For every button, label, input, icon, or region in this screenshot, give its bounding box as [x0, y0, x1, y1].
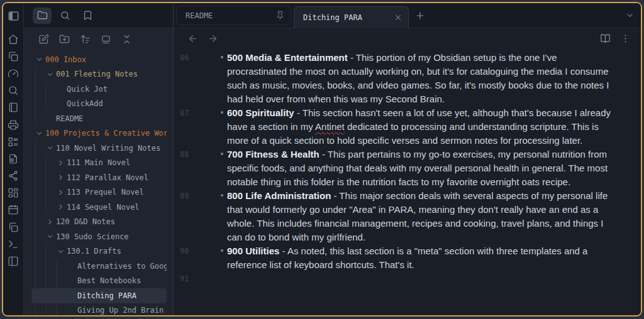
- tree-folder-111-main-novel[interactable]: 111 Main Novel: [31, 156, 167, 171]
- indent-guide: [35, 244, 46, 259]
- navigate-forward-button[interactable]: [205, 31, 220, 46]
- tree-folder-120-d-d-notes[interactable]: 120 D&D Notes: [31, 215, 167, 230]
- indent-guide: [46, 156, 57, 171]
- reading-view-button[interactable]: [597, 31, 613, 46]
- tree-item-label: Giving Up 2nd Brain: [77, 306, 164, 315]
- folder-icon: [37, 10, 48, 21]
- ribbon-copy-button[interactable]: [6, 220, 21, 235]
- more-options-button[interactable]: [617, 31, 633, 46]
- sidebar-tab-search[interactable]: [55, 8, 74, 24]
- indent-guide: [35, 200, 46, 215]
- plus-icon: [415, 11, 425, 21]
- indent-guide: [46, 244, 57, 259]
- toggle-left-sidebar-button[interactable]: [6, 8, 21, 23]
- ribbon-git-fork-button[interactable]: [6, 168, 21, 183]
- indent-guide: [35, 259, 46, 274]
- sidebar-tab-bookmark[interactable]: [78, 8, 97, 24]
- new-folder-button[interactable]: [58, 33, 70, 45]
- tree-item-label: 130 Sudo Science: [56, 232, 129, 241]
- ribbon-workspace-button[interactable]: [6, 254, 21, 269]
- tree-folder-001-fleeting-notes[interactable]: 001 Fleeting Notes: [31, 67, 167, 82]
- bullet-icon: [221, 153, 223, 155]
- indent-guide: [35, 229, 46, 244]
- line-number: 90: [180, 244, 215, 272]
- new-note-button[interactable]: [37, 33, 50, 45]
- collapse-all-button[interactable]: [120, 33, 133, 45]
- tree-folder-112-parallax-novel[interactable]: 112 Parallax Novel: [31, 170, 167, 185]
- tree-file-quickadd[interactable]: QuickAdd: [31, 97, 167, 112]
- tab-list-dropdown-button[interactable]: [625, 11, 635, 20]
- ribbon-home-button[interactable]: [6, 32, 21, 47]
- indent-guide: [46, 185, 57, 200]
- tree-folder-130-sudo-science[interactable]: 130 Sudo Science: [31, 229, 167, 244]
- note-content[interactable]: 86500 Media & Entertainment - This porti…: [174, 49, 641, 315]
- collapse-arrow-icon[interactable]: [46, 232, 56, 242]
- tree-folder-000-inbox[interactable]: 000 Inbox: [31, 52, 167, 67]
- line-number: 89: [180, 189, 215, 244]
- tree-folder-113-prequel-novel[interactable]: 113 Prequel Novel: [31, 185, 167, 200]
- bullet-icon: [221, 194, 223, 197]
- expand-arrow-icon[interactable]: [57, 158, 67, 168]
- git-fork-icon: [8, 170, 19, 181]
- collapse-arrow-icon[interactable]: [46, 143, 56, 153]
- editor-header: [174, 28, 641, 49]
- tree-folder-100-projects-creative-wor[interactable]: 100 Projects & Creative Wor…: [31, 126, 167, 141]
- panel-left-icon: [8, 10, 19, 22]
- chevron-down-icon: [57, 247, 65, 256]
- close-tab-button[interactable]: [394, 13, 402, 22]
- tree-file-alternatives-to-google[interactable]: Alternatives to Google: [31, 259, 167, 274]
- tree-folder-114-sequel-novel[interactable]: 114 Sequel Novel: [31, 200, 167, 215]
- workspace-icon: [8, 256, 19, 267]
- paragraph-text[interactable]: 900 Utilities - As noted, this last sect…: [227, 244, 616, 272]
- tree-file-ditching-para[interactable]: Ditching PARA: [31, 288, 167, 303]
- tree-item-label: README: [56, 114, 83, 123]
- tree-file-giving-up-2nd-brain[interactable]: Giving Up 2nd Brain: [31, 303, 167, 316]
- collapse-arrow-icon[interactable]: [46, 69, 56, 79]
- new-tab-button[interactable]: [411, 6, 429, 25]
- tab-readme[interactable]: README: [176, 6, 291, 25]
- tree-file-readme[interactable]: README: [31, 111, 167, 126]
- tab-ditching-para-active[interactable]: Ditching PARA: [294, 6, 409, 28]
- expand-arrow-icon[interactable]: [46, 217, 56, 227]
- ribbon-calendar-button[interactable]: [6, 202, 21, 217]
- layout-list-icon: [8, 136, 19, 148]
- collapse-arrow-icon[interactable]: [35, 128, 45, 138]
- ribbon-book-button[interactable]: [6, 100, 21, 115]
- navigate-back-button[interactable]: [185, 31, 200, 46]
- tree-file-quick-jot[interactable]: Quick Jot: [31, 82, 167, 97]
- bullet-icon: [221, 249, 223, 252]
- ribbon-file-sync-button[interactable]: [6, 151, 21, 166]
- tree-item-label: Alternatives to Google: [77, 262, 167, 271]
- expand-arrow-icon[interactable]: [57, 187, 67, 197]
- tree-folder-110-novel-writing-notes[interactable]: 110 Novel Writing Notes: [31, 141, 167, 156]
- ribbon-layers-button[interactable]: [6, 49, 21, 64]
- sidebar-tab-folder-active[interactable]: [33, 8, 52, 24]
- indent-guide: [46, 97, 57, 112]
- tree-folder-130-1-drafts[interactable]: 130.1 Drafts: [31, 244, 167, 259]
- terminal-icon: [8, 239, 19, 250]
- pin-button[interactable]: [275, 11, 285, 20]
- ribbon-layout-list-button[interactable]: [6, 134, 21, 149]
- ribbon-terminal-button[interactable]: [6, 237, 21, 252]
- indent-guide: [35, 288, 46, 303]
- bullet-icon: [221, 111, 223, 114]
- ribbon-gauge-button[interactable]: [6, 66, 21, 81]
- expand-arrow-icon[interactable]: [57, 173, 67, 183]
- paragraph-text[interactable]: 500 Media & Entertainment - This portion…: [227, 51, 616, 106]
- tree-file-best-notebooks[interactable]: Best Notebooks: [31, 274, 167, 289]
- sort-asc-button[interactable]: [79, 33, 91, 45]
- paragraph-text[interactable]: 800 Life Administration - This major sec…: [227, 189, 616, 244]
- paragraph-text[interactable]: 600 Spirituality - This section hasn't s…: [227, 106, 616, 148]
- expand-arrow-icon[interactable]: [57, 202, 67, 212]
- ribbon-printer-button[interactable]: [6, 117, 21, 132]
- ribbon-search-button[interactable]: [6, 83, 21, 98]
- collapse-arrow-icon[interactable]: [57, 246, 67, 256]
- note-line-86: 86500 Media & Entertainment - This porti…: [174, 51, 641, 106]
- paragraph-text[interactable]: 700 Fitness & Health - This part pertain…: [227, 148, 616, 189]
- chevron-right-icon: [57, 159, 65, 167]
- card-view-button[interactable]: [99, 33, 112, 45]
- copy-icon: [8, 222, 19, 233]
- collapse-arrow-icon[interactable]: [35, 55, 45, 65]
- home-icon: [8, 34, 19, 45]
- ribbon-dashboard-button[interactable]: [6, 185, 21, 200]
